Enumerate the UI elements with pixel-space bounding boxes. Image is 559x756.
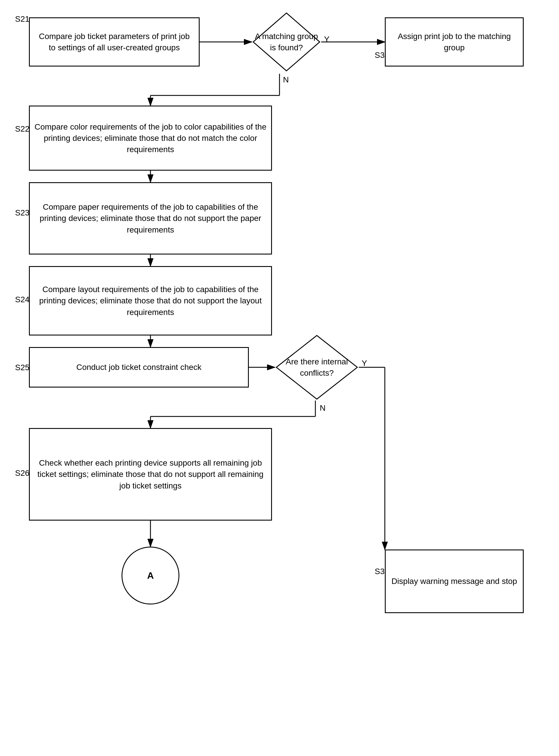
s31-box: Assign print job to the matching group — [385, 17, 524, 67]
s32-box: Display warning message and stop — [385, 550, 524, 613]
diamond2-y-label: Y — [362, 359, 367, 368]
flowchart: S21 Compare job ticket parameters of pri… — [0, 0, 559, 756]
step-label-s23: S23 — [15, 208, 29, 217]
step-label-s24: S24 — [15, 295, 29, 304]
step-label-s21: S21 — [15, 15, 29, 24]
s26-box: Check whether each printing device suppo… — [29, 428, 272, 521]
circle-a: A — [121, 547, 179, 604]
s23-box: Compare paper requirements of the job to… — [29, 182, 272, 254]
diamond1: A matching group is found? — [252, 12, 321, 72]
step-label-s26: S26 — [15, 468, 29, 478]
diamond2-n-label: N — [320, 404, 326, 413]
step-label-s22: S22 — [15, 124, 29, 134]
step-label-s25: S25 — [15, 363, 29, 372]
s21-box: Compare job ticket parameters of print j… — [29, 17, 200, 67]
s25-box: Conduct job ticket constraint check — [29, 347, 249, 388]
s24-box: Compare layout requirements of the job t… — [29, 266, 272, 336]
s22-box: Compare color requirements of the job to… — [29, 106, 272, 170]
diamond1-n-label: N — [283, 75, 289, 85]
diamond1-y-label: Y — [324, 35, 330, 44]
diamond2: Are there internal conflicts? — [275, 334, 359, 400]
